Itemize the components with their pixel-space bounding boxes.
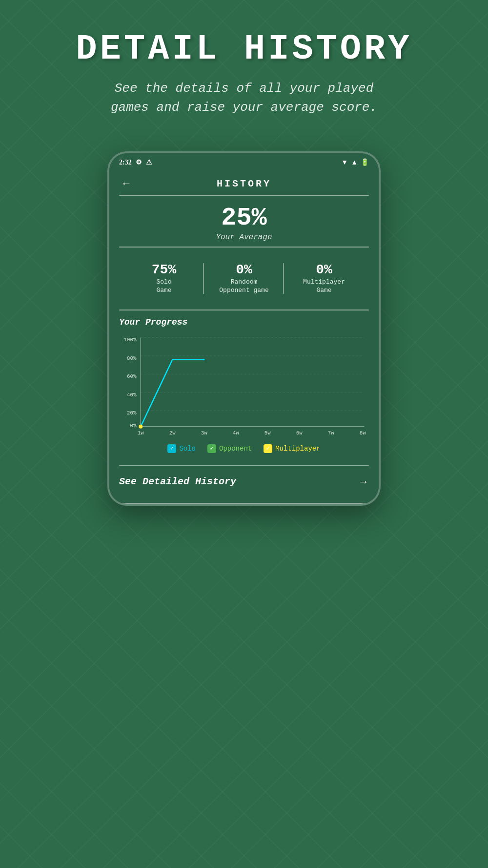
stat-multiplayer-label: MultiplayerGame <box>286 278 362 295</box>
opponent-checkbox[interactable]: ✓ <box>207 444 216 453</box>
svg-text:0%: 0% <box>130 422 136 428</box>
svg-text:60%: 60% <box>127 373 137 379</box>
app-header: ← HISTORY <box>109 170 379 195</box>
chart-dot-origin <box>139 425 142 429</box>
progress-title: Your Progress <box>119 317 369 327</box>
svg-text:7w: 7w <box>328 430 334 436</box>
progress-section: Your Progress 100% 80% 60% 40% 20% 0% <box>109 310 379 465</box>
page-subtitle: See the details of all your played games… <box>29 79 459 117</box>
legend-multiplayer: ✓ Multiplayer <box>264 444 320 453</box>
stat-multiplayer-value: 0% <box>286 262 362 277</box>
svg-text:100%: 100% <box>123 337 136 343</box>
svg-text:20%: 20% <box>127 410 137 416</box>
page-header: DETAIL HISTORY See the details of all yo… <box>0 0 488 132</box>
solo-line <box>141 360 204 427</box>
stat-opponent-value: 0% <box>206 262 282 277</box>
wifi-icon: ▼ <box>341 159 348 166</box>
solo-checkbox[interactable]: ✓ <box>167 444 176 453</box>
detail-history-row[interactable]: See Detailed History → <box>119 471 369 493</box>
status-right: ▼ ▲ 🔋 <box>341 158 369 166</box>
stat-opponent-label: RandoomOpponent game <box>206 278 282 295</box>
phone-container: 2:32 ⚙ ⚠ ▼ ▲ 🔋 ← HISTORY 25% Your Averag… <box>0 132 488 535</box>
legend-opponent-label: Opponent <box>219 445 252 453</box>
svg-text:8w: 8w <box>360 430 366 436</box>
stats-section: 75% SoloGame 0% RandoomOpponent game 0% … <box>119 252 369 305</box>
svg-text:6w: 6w <box>296 430 303 436</box>
phone-mockup: 2:32 ⚙ ⚠ ▼ ▲ 🔋 ← HISTORY 25% Your Averag… <box>107 151 381 506</box>
svg-text:1w: 1w <box>138 430 144 436</box>
chart-legend: ✓ Solo ✓ Opponent ✓ Multiplayer <box>119 439 369 460</box>
status-left: 2:32 ⚙ ⚠ <box>119 158 152 166</box>
page-title: DETAIL HISTORY <box>29 29 459 69</box>
screen: ← HISTORY 25% Your Average 75% SoloGame … <box>109 170 379 504</box>
screen-title: HISTORY <box>217 178 271 189</box>
legend-solo-label: Solo <box>179 445 196 453</box>
detail-history-label: See Detailed History <box>119 476 236 487</box>
battery-icon: 🔋 <box>361 158 369 166</box>
chart-svg: 100% 80% 60% 40% 20% 0% <box>119 332 369 439</box>
svg-text:80%: 80% <box>127 355 137 361</box>
detail-section: See Detailed History → <box>109 466 379 503</box>
svg-text:3w: 3w <box>201 430 207 436</box>
status-bar: 2:32 ⚙ ⚠ ▼ ▲ 🔋 <box>109 153 379 170</box>
stat-solo: 75% SoloGame <box>124 259 204 298</box>
average-value: 25% <box>119 206 369 231</box>
average-section: 25% Your Average <box>109 196 379 247</box>
stat-multiplayer: 0% MultiplayerGame <box>284 259 364 298</box>
svg-text:4w: 4w <box>233 430 239 436</box>
legend-multiplayer-label: Multiplayer <box>275 445 320 453</box>
svg-text:40%: 40% <box>127 392 137 397</box>
legend-solo: ✓ Solo <box>167 444 196 453</box>
time-display: 2:32 <box>119 159 132 166</box>
gear-icon: ⚙ <box>136 158 142 166</box>
signal-icon: ▲ <box>351 159 358 166</box>
detail-history-arrow: → <box>358 475 369 488</box>
average-label: Your Average <box>119 233 369 242</box>
svg-text:5w: 5w <box>264 430 271 436</box>
svg-text:2w: 2w <box>169 430 176 436</box>
divider-mid1 <box>119 247 369 248</box>
divider-bottom2 <box>119 503 369 504</box>
back-button[interactable]: ← <box>121 177 132 190</box>
stat-solo-label: SoloGame <box>126 278 202 295</box>
legend-opponent: ✓ Opponent <box>207 444 252 453</box>
multiplayer-checkbox[interactable]: ✓ <box>264 444 272 453</box>
chart-container: 100% 80% 60% 40% 20% 0% <box>119 332 369 439</box>
stat-solo-value: 75% <box>126 262 202 277</box>
alert-icon: ⚠ <box>146 158 152 166</box>
stat-opponent: 0% RandoomOpponent game <box>204 259 284 298</box>
